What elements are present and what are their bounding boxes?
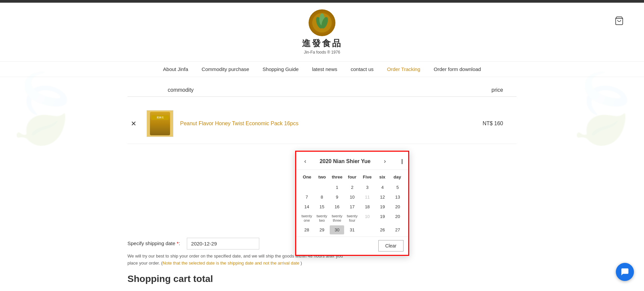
cal-day[interactable]: 20 xyxy=(390,212,405,225)
logo-text-cn: 進發食品 xyxy=(302,38,342,49)
shipping-label: Specify shipping date *: xyxy=(127,238,180,246)
cal-header: ‹ 2020 Nian Shier Yue › | xyxy=(296,152,408,170)
cal-day-29[interactable]: 29 xyxy=(315,225,329,234)
bg-leaf-left: 🍃 xyxy=(0,70,84,148)
content: commodity price ✕ 蜜麻花 Peanut Flavor Hone… xyxy=(121,77,523,291)
nav-about[interactable]: About Jinfa xyxy=(163,66,188,72)
nav-contact[interactable]: contact us xyxy=(351,66,373,72)
product-image: 蜜麻花 xyxy=(147,110,173,137)
required-marker: * xyxy=(177,240,179,246)
logo-text-en: Jin-Fa foods ® 1976 xyxy=(304,50,340,55)
nav-guide[interactable]: Shopping Guide xyxy=(263,66,299,72)
cal-title-suffix: | xyxy=(401,158,403,164)
weekday-2: two xyxy=(315,173,330,181)
product-image-inner: 蜜麻花 xyxy=(150,112,170,135)
top-bar xyxy=(0,0,644,3)
cal-day-empty xyxy=(315,183,329,192)
cal-footer: Clear xyxy=(296,236,408,255)
bg-leaf-right: 🍃 xyxy=(560,70,644,148)
nav-order-form[interactable]: Order form download xyxy=(434,66,481,72)
cart-icon[interactable] xyxy=(614,16,624,27)
cal-prev-btn[interactable]: ‹ xyxy=(302,156,309,166)
cal-day[interactable]: 12 xyxy=(375,193,390,202)
nav-commodity[interactable]: Commodity purchase xyxy=(202,66,249,72)
product-row: ✕ 蜜麻花 Peanut Flavor Honey Twist Economic… xyxy=(127,103,517,144)
cal-day[interactable]: 9 xyxy=(330,193,344,202)
cal-day[interactable]: 10 xyxy=(360,212,375,225)
col-price-header: price xyxy=(449,87,517,93)
cal-day-text[interactable]: twentyfour xyxy=(345,212,359,225)
cal-day[interactable]: 2 xyxy=(345,183,359,192)
cal-day[interactable]: 4 xyxy=(375,183,390,192)
col-commodity-header: commodity xyxy=(127,87,449,93)
cal-day-text[interactable]: twentyone xyxy=(300,212,314,225)
cal-day-empty xyxy=(360,225,375,234)
cal-day[interactable]: 7 xyxy=(300,193,314,202)
cal-weekdays: One two three four Five six day xyxy=(300,173,405,181)
chat-button[interactable] xyxy=(616,263,634,281)
weekday-3: three xyxy=(330,173,345,181)
cal-day[interactable]: 28 xyxy=(300,225,314,234)
logo-image xyxy=(309,9,335,36)
cal-title: 2020 Nian Shier Yue xyxy=(320,158,371,164)
product-price: NT$ 160 xyxy=(449,121,517,127)
shipping-date-input[interactable] xyxy=(187,238,259,249)
cal-day[interactable]: 13 xyxy=(390,193,405,202)
weekday-5: Five xyxy=(360,173,375,181)
cal-day[interactable]: 8 xyxy=(315,193,329,202)
cal-day[interactable]: 10 xyxy=(345,193,359,202)
cal-day[interactable]: 16 xyxy=(330,202,344,211)
cal-grid: One two three four Five six day 1 2 3 4 xyxy=(296,170,408,236)
cart-total-title: Shopping cart total xyxy=(127,274,517,284)
cal-day[interactable]: 19 xyxy=(375,212,390,225)
cal-day[interactable]: 18 xyxy=(360,202,375,211)
clear-button[interactable]: Clear xyxy=(378,240,404,251)
logo-area: 進發食品 Jin-Fa foods ® 1976 xyxy=(302,9,342,55)
cal-day[interactable]: 11 xyxy=(360,193,375,202)
cal-days: 1 2 3 4 5 7 8 9 10 11 12 13 14 15 16 xyxy=(300,183,405,234)
cal-day[interactable]: 27 xyxy=(390,225,405,234)
cal-day[interactable]: 15 xyxy=(315,202,329,211)
cal-day-31[interactable]: 31 xyxy=(345,225,359,234)
weekday-7: day xyxy=(390,173,405,181)
header: 進發食品 Jin-Fa foods ® 1976 xyxy=(0,3,644,61)
remove-button[interactable]: ✕ xyxy=(127,120,140,128)
cal-day[interactable]: 20 xyxy=(390,202,405,211)
nav-news[interactable]: latest news xyxy=(312,66,337,72)
product-name[interactable]: Peanut Flavor Honey Twist Economic Pack … xyxy=(180,121,449,127)
main-nav: About Jinfa Commodity purchase Shopping … xyxy=(0,61,644,77)
weekday-4: four xyxy=(345,173,360,181)
weekday-1: One xyxy=(300,173,315,181)
cal-next-btn[interactable]: › xyxy=(381,156,389,166)
product-label: 蜜麻花 xyxy=(151,115,169,120)
cal-day-empty xyxy=(300,183,314,192)
calendar-popup: ‹ 2020 Nian Shier Yue › | One two three … xyxy=(295,151,409,256)
cal-day-30[interactable]: 30 xyxy=(330,225,344,234)
cal-day[interactable]: 19 xyxy=(375,202,390,211)
cal-day[interactable]: 17 xyxy=(345,202,359,211)
cal-day-text[interactable]: twentythree xyxy=(330,212,344,225)
cal-day[interactable]: 14 xyxy=(300,202,314,211)
main-wrapper: 🍃 🍃 進發食品 Jin-Fa foods ® 1976 xyxy=(0,3,644,291)
cal-day[interactable]: 5 xyxy=(390,183,405,192)
weekday-6: six xyxy=(375,173,390,181)
cal-day[interactable]: 26 xyxy=(375,225,390,234)
table-header: commodity price xyxy=(127,87,517,97)
nav-tracking[interactable]: Order Tracking xyxy=(387,66,420,72)
cal-day-text[interactable]: twentytwo xyxy=(315,212,329,225)
cal-day[interactable]: 3 xyxy=(360,183,375,192)
cal-day[interactable]: 1 xyxy=(330,183,344,192)
